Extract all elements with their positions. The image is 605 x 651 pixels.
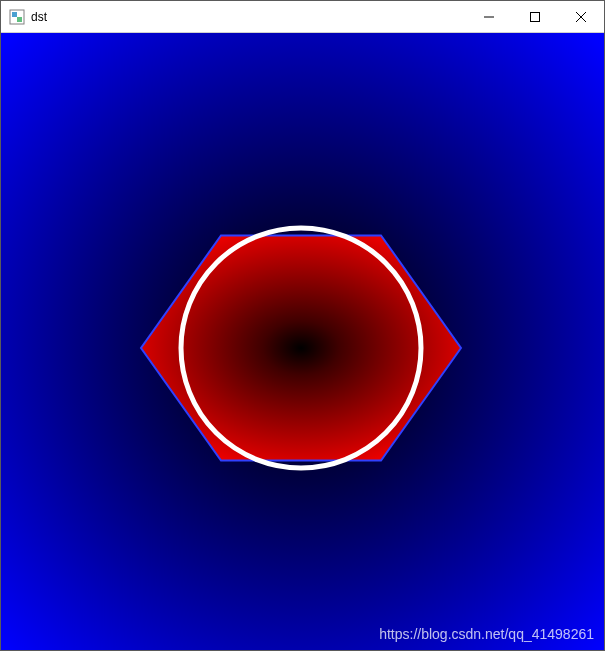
window-title: dst [31,10,47,24]
close-icon [576,12,586,22]
svg-rect-2 [17,17,22,22]
svg-rect-1 [12,12,17,17]
rendered-image [1,33,604,650]
window-frame: dst [0,0,605,651]
watermark-text: https://blog.csdn.net/qq_41498261 [379,626,594,642]
minimize-button[interactable] [466,1,512,33]
minimize-icon [484,12,494,22]
image-canvas: https://blog.csdn.net/qq_41498261 [1,33,604,650]
svg-rect-4 [531,12,540,21]
maximize-button[interactable] [512,1,558,33]
close-button[interactable] [558,1,604,33]
titlebar[interactable]: dst [1,1,604,33]
app-icon [9,9,25,25]
maximize-icon [530,12,540,22]
